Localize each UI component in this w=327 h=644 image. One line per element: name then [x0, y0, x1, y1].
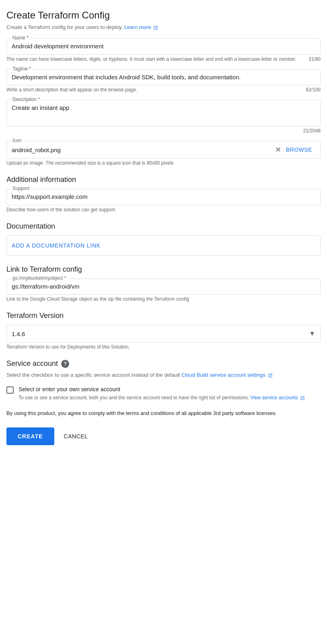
- tagline-field-label: Tagline: [11, 66, 33, 72]
- terraform-config-field-hint: Link to the Google Cloud Storage object …: [6, 296, 321, 302]
- terraform-version-title: Terraform Version: [6, 312, 321, 320]
- view-accounts-external-link-icon: [300, 396, 305, 400]
- page-title: Create Terraform Config: [6, 10, 321, 21]
- external-link-icon: [153, 25, 158, 30]
- tagline-field-group: Tagline Write a short description that w…: [6, 69, 321, 93]
- terraform-version-dropdown[interactable]: 1.4.6 ▼: [6, 325, 321, 343]
- description-input[interactable]: Create an instant app: [12, 103, 315, 122]
- support-field-group: Support Describe how users of the soluti…: [6, 189, 321, 213]
- service-account-checkbox-row: Select or enter your own service account…: [6, 386, 321, 401]
- terraform-config-field-outline: gs://mybucket/myobject: [6, 279, 321, 295]
- terraform-config-title: Link to Terraform config: [6, 265, 321, 274]
- icon-clear-button[interactable]: ✕: [274, 144, 283, 155]
- cloud-build-external-link-icon: [268, 373, 273, 378]
- description-field-group: Description Create an instant app 21/204…: [6, 100, 321, 134]
- service-account-description: Select the checkbox to use a specific se…: [6, 371, 321, 380]
- support-field-hint: Describe how users of the solution can g…: [6, 207, 321, 213]
- page-subtitle: Create a Terraform config for your users…: [6, 24, 321, 30]
- create-button[interactable]: CREATE: [6, 427, 54, 445]
- support-field-outline: Support: [6, 189, 321, 205]
- cancel-button[interactable]: CANCEL: [61, 427, 91, 445]
- support-field-label: Support: [11, 186, 31, 191]
- icon-field-hint: Upload an image. The recommended size is…: [6, 160, 321, 166]
- icon-field-label: Icon: [11, 138, 23, 143]
- additional-info-title: Additional information: [6, 175, 321, 184]
- service-account-checkbox-label: Select or enter your own service account: [19, 386, 305, 392]
- terraform-version-value: 1.4.6: [12, 330, 25, 337]
- name-field-label: Name: [11, 35, 30, 41]
- name-field-outline: Name: [6, 38, 321, 55]
- terraform-config-field-label: gs://mybucket/myobject: [11, 275, 68, 281]
- description-field-label: Description: [11, 97, 41, 102]
- terraform-version-field-group: 1.4.6 ▼ Terraform Version to use for Dep…: [6, 325, 321, 350]
- chevron-down-icon: ▼: [309, 330, 315, 337]
- tagline-input[interactable]: [12, 73, 315, 82]
- add-documentation-link-button[interactable]: ADD A DOCUMENTATION LINK: [6, 235, 321, 256]
- help-icon[interactable]: ?: [61, 360, 69, 368]
- documentation-field-group: ADD A DOCUMENTATION LINK: [6, 235, 321, 256]
- tagline-field-hint: Write a short description that will appe…: [6, 87, 321, 93]
- icon-field-inner: android_robot.png ✕ BROWSE: [12, 144, 315, 155]
- service-account-checkbox-sublabel: To use or see a service account, both yo…: [19, 394, 305, 401]
- service-account-checkbox-content: Select or enter your own service account…: [19, 386, 305, 401]
- service-account-title-text: Service account: [6, 359, 58, 368]
- documentation-title: Documentation: [6, 222, 321, 231]
- service-account-section: Service account ?: [6, 359, 321, 368]
- description-field-hint: 21/2048: [6, 128, 321, 134]
- tagline-field-outline: Tagline: [6, 69, 321, 86]
- name-field-group: Name The name can have lowercase letters…: [6, 38, 321, 62]
- service-account-checkbox[interactable]: [6, 386, 14, 394]
- view-service-accounts-link[interactable]: View service accounts: [250, 395, 298, 400]
- icon-field-value: android_robot.png: [12, 147, 274, 153]
- page-container: Create Terraform Config Create a Terrafo…: [0, 0, 327, 461]
- support-input[interactable]: [12, 192, 315, 202]
- description-field-outline: Description Create an instant app: [6, 100, 321, 126]
- action-buttons: CREATE CANCEL: [6, 427, 321, 445]
- name-field-hint: The name can have lowercase letters, dig…: [6, 56, 321, 62]
- terraform-config-field-group: gs://mybucket/myobject Link to the Googl…: [6, 279, 321, 302]
- name-input[interactable]: [12, 42, 315, 51]
- terraform-version-hint: Terraform Version to use for Deployments…: [6, 344, 321, 350]
- learn-more-link[interactable]: Learn more: [124, 24, 151, 30]
- icon-field-group: Icon android_robot.png ✕ BROWSE Upload a…: [6, 141, 321, 166]
- icon-browse-button[interactable]: BROWSE: [283, 145, 315, 155]
- terraform-config-input[interactable]: [12, 282, 315, 291]
- terms-text: By using this product, you agree to comp…: [6, 409, 321, 418]
- cloud-build-link[interactable]: Cloud Build service account settings: [181, 372, 265, 378]
- icon-field-outline: Icon android_robot.png ✕ BROWSE: [6, 141, 321, 159]
